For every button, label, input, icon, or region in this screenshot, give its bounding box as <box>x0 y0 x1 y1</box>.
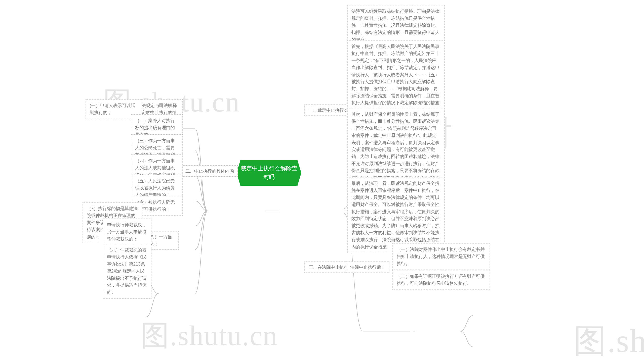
branch-3-grandchild-2: （二）如果有证据证明被执行方还有财产可供执行，可向法院执行局申请恢复执行。 <box>392 270 490 290</box>
branch-2-child-8-2: （九）仲裁裁决的被申请执行人依据《民事诉讼法》第213条第2款的规定向人民法院提… <box>103 244 151 298</box>
branch-2-child-8-1: 申请执行仲裁裁决，另一方当事人申请撤销仲裁裁决的； <box>103 219 151 245</box>
branch-3-child-1: 法院中止执行后： <box>346 262 389 273</box>
root-node: 裁定中止执行会解除查封吗 <box>236 160 301 186</box>
branch-2-title: 二、中止执行的具体内涵 <box>181 165 238 177</box>
branch-3-grandchild-1: （一）法院对案件作出中止执行会有裁定书并告知申请执行人，这种情况通常是无财产可供… <box>392 243 490 270</box>
branch-1-child-1: 法院可以继续采取冻结执行措施。理由是法律规定的查封、扣押、冻结措施只是保全性措施… <box>347 5 445 46</box>
branch-1-child-4: 最后，从法理上看，民诉法规定的财产保全措施在案件进入再审程序后，案件中止执行，在… <box>347 177 445 253</box>
